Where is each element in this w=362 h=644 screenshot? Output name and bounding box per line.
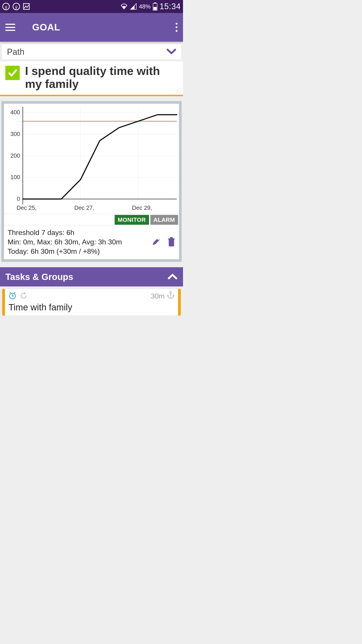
- svg-text:200: 200: [10, 152, 20, 159]
- goal-checkbox[interactable]: [5, 66, 20, 80]
- wifi-icon: [120, 3, 128, 10]
- svg-marker-37: [24, 292, 26, 294]
- svg-text:Dec 27,: Dec 27,: [74, 204, 94, 211]
- svg-text:g: g: [15, 4, 17, 9]
- task-title: Time with family: [8, 302, 175, 312]
- page-title: GOAL: [32, 22, 60, 33]
- menu-icon[interactable]: [5, 24, 15, 31]
- svg-text:g: g: [5, 4, 7, 9]
- chart-card: 0100200300400Dec 25,Dec 27,Dec 29, MONIT…: [1, 101, 182, 262]
- alarm-clock-icon: [8, 292, 16, 300]
- image-icon: [23, 3, 30, 10]
- battery-percent: 48%: [139, 3, 151, 10]
- tasks-section-label: Tasks & Groups: [5, 272, 73, 282]
- edit-icon[interactable]: [151, 237, 161, 247]
- app-icon: g: [12, 3, 20, 10]
- stats-threshold: Threshold 7 days: 6h: [7, 228, 122, 238]
- alarm-button[interactable]: ALARM: [150, 215, 178, 225]
- chevron-up-icon: [167, 273, 178, 281]
- signal-icon: [130, 3, 137, 10]
- chevron-down-icon: [167, 48, 176, 56]
- path-dropdown-label: Path: [7, 47, 24, 57]
- goal-title: I spend quality time with my family: [25, 64, 178, 90]
- stats-minmax: Min: 0m, Max: 6h 30m, Avg: 3h 30m: [7, 238, 122, 247]
- task-card[interactable]: 30m Time with family: [2, 289, 181, 316]
- svg-text:Dec 25,: Dec 25,: [16, 204, 37, 211]
- path-dropdown[interactable]: Path: [1, 44, 182, 60]
- svg-text:100: 100: [10, 174, 20, 181]
- chart-stats: Threshold 7 days: 6h Min: 0m, Max: 6h 30…: [4, 226, 179, 259]
- repeat-icon: [20, 292, 27, 300]
- clock-time: 15:34: [160, 2, 181, 11]
- tasks-section-header[interactable]: Tasks & Groups: [0, 267, 183, 286]
- svg-text:300: 300: [10, 130, 20, 137]
- delete-icon[interactable]: [167, 237, 175, 247]
- svg-line-36: [14, 292, 15, 293]
- svg-rect-31: [170, 237, 173, 238]
- anchor-icon: [167, 291, 175, 301]
- chart-area[interactable]: 0100200300400Dec 25,Dec 27,Dec 29,: [4, 104, 179, 214]
- svg-text:400: 400: [10, 109, 20, 116]
- overflow-menu-icon[interactable]: [175, 23, 178, 32]
- svg-text:0: 0: [17, 196, 20, 202]
- status-bar: g g 48% 15:34: [0, 0, 183, 13]
- monitor-button[interactable]: MONITOR: [115, 215, 149, 225]
- app-icon: g: [2, 3, 10, 10]
- app-bar: GOAL: [0, 13, 183, 42]
- svg-rect-9: [153, 7, 157, 10]
- svg-line-35: [9, 292, 11, 293]
- svg-text:Dec 29,: Dec 29,: [132, 204, 152, 211]
- stats-today: Today: 6h 30m (+30m / +8%): [7, 247, 122, 256]
- svg-point-38: [170, 292, 172, 294]
- task-duration: 30m: [151, 292, 165, 300]
- svg-rect-30: [168, 238, 175, 240]
- goal-header: I spend quality time with my family: [0, 61, 183, 96]
- battery-icon: [153, 2, 157, 10]
